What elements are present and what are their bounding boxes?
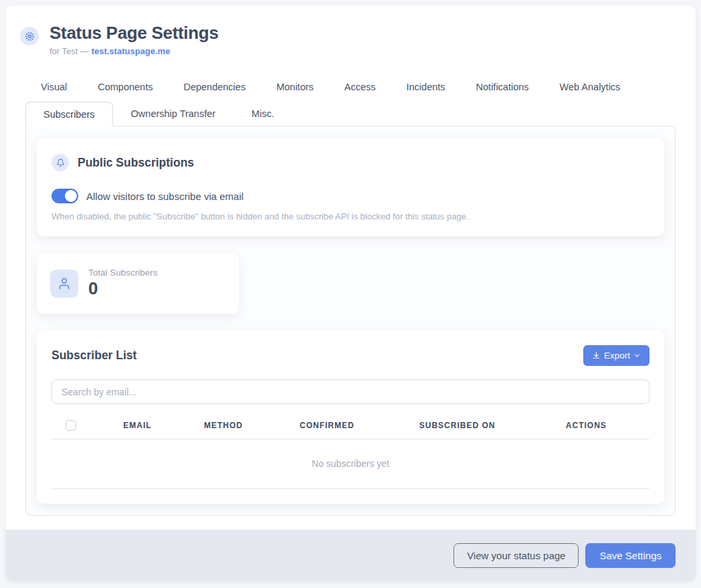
export-button-label: Export (604, 351, 630, 361)
subtitle-prefix: for Test — (49, 46, 92, 56)
public-subscriptions-header: Public Subscriptions (52, 154, 649, 171)
column-header-subscribed-on: SUBSCRIBED ON (419, 413, 566, 439)
subscribe-toggle-label: Allow visitors to subscribe via email (86, 191, 243, 202)
select-all-checkbox[interactable] (66, 420, 76, 431)
download-icon (592, 351, 601, 360)
footer-action-bar: View your status page Save Settings (5, 530, 696, 581)
subscribers-tab-panel: Public Subscriptions Allow visitors to s… (25, 126, 676, 516)
tab-subscribers[interactable]: Subscribers (25, 102, 113, 126)
tab-ownership-transfer[interactable]: Ownership Transfer (113, 102, 234, 126)
tab-misc[interactable]: Misc. (233, 102, 292, 126)
subscriber-list-title: Subscriber List (52, 349, 136, 363)
empty-state-message: No subscribers yet (52, 439, 649, 489)
subscribe-toggle-row: Allow visitors to subscribe via email (52, 189, 649, 203)
total-subscribers-card: Total Subscribers 0 (37, 253, 239, 314)
column-header-actions: ACTIONS (566, 413, 649, 439)
settings-window: Status Page Settings for Test — test.sta… (5, 5, 696, 581)
page-header: Status Page Settings for Test — test.sta… (5, 5, 696, 56)
total-subscribers-label: Total Subscribers (88, 268, 158, 278)
column-header-method: METHOD (204, 413, 300, 439)
allow-subscribe-toggle[interactable] (52, 189, 78, 203)
chevron-down-icon (633, 352, 641, 359)
tab-visual[interactable]: Visual (25, 76, 82, 98)
user-icon (50, 270, 78, 298)
page-subtitle: for Test — test.statuspage.me (49, 46, 219, 56)
public-subscriptions-card: Public Subscriptions Allow visitors to s… (37, 138, 664, 236)
column-header-confirmed: CONFIRMED (300, 413, 419, 439)
column-header-email: EMAIL (123, 413, 204, 439)
tab-incidents[interactable]: Incidents (391, 76, 461, 98)
tab-components[interactable]: Components (82, 76, 168, 98)
tab-notifications[interactable]: Notifications (461, 76, 544, 98)
subscriber-list-header: Subscriber List Export (52, 345, 649, 366)
search-input[interactable] (52, 379, 649, 404)
total-subscribers-value: 0 (88, 278, 158, 299)
tab-bar-primary: Visual Components Dependencies Monitors … (5, 76, 696, 98)
page-title: Status Page Settings (49, 23, 219, 43)
bell-icon (52, 154, 69, 171)
status-page-link[interactable]: test.statuspage.me (92, 46, 171, 56)
tab-access[interactable]: Access (329, 76, 391, 98)
stat-text: Total Subscribers 0 (88, 268, 158, 299)
subscriber-table: EMAIL METHOD CONFIRMED SUBSCRIBED ON ACT… (52, 413, 649, 439)
header-text: Status Page Settings for Test — test.sta… (49, 23, 219, 56)
export-button[interactable]: Export (583, 345, 649, 366)
subscriber-list-card: Subscriber List Export (37, 330, 664, 504)
table-header-row: EMAIL METHOD CONFIRMED SUBSCRIBED ON ACT… (52, 413, 649, 439)
tab-web-analytics[interactable]: Web Analytics (544, 76, 636, 98)
view-status-page-button[interactable]: View your status page (454, 543, 579, 568)
list-bottom-padding (52, 489, 649, 504)
toggle-knob (65, 190, 77, 202)
tab-bar-secondary: Subscribers Ownership Transfer Misc. (5, 102, 696, 126)
subscribe-helper-text: When disabled, the public "Subscribe" bu… (52, 211, 649, 221)
tab-dependencies[interactable]: Dependencies (168, 76, 261, 98)
public-subscriptions-title: Public Subscriptions (78, 156, 194, 170)
save-settings-button[interactable]: Save Settings (585, 543, 676, 568)
gear-icon (20, 27, 39, 45)
tab-monitors[interactable]: Monitors (261, 76, 329, 98)
